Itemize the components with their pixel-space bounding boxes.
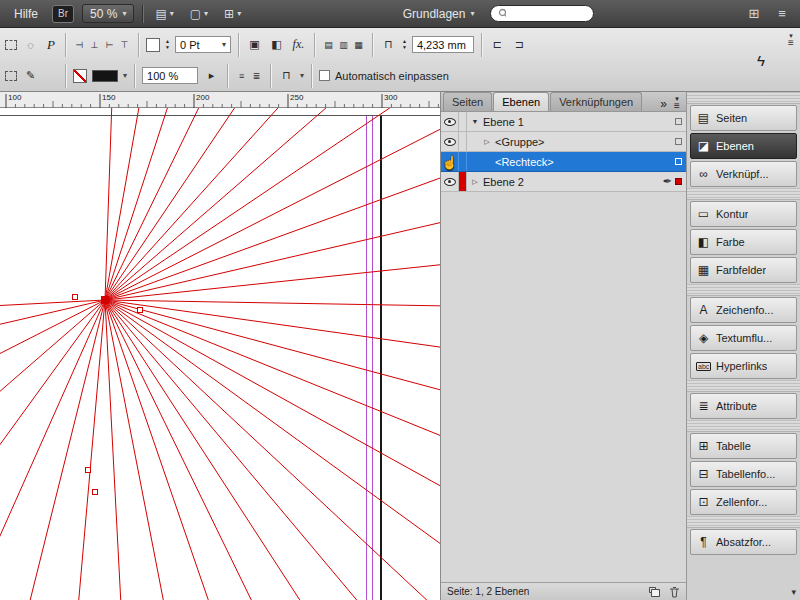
frame-width-field[interactable]: 4,233 mm [412, 36, 474, 53]
dock-button-kontur[interactable]: ▭Kontur [690, 201, 797, 227]
dock-grip[interactable] [687, 420, 800, 432]
new-layer-button[interactable] [648, 586, 661, 598]
collapse-to-icons-icon[interactable]: » [655, 97, 672, 111]
dock-button-absatzfor[interactable]: ¶Absatzfor... [690, 529, 797, 555]
dock-scroll-down-icon[interactable]: ▾ [791, 587, 796, 597]
distribute-icon[interactable]: ⊢ [103, 38, 116, 51]
selection-handle[interactable] [86, 468, 91, 473]
scale-field[interactable]: 100 % [142, 67, 198, 84]
selection-center-handle[interactable] [102, 297, 109, 304]
fit-content-icon[interactable]: ⊏ [489, 36, 506, 53]
stroke-color-swatch[interactable] [92, 70, 118, 82]
dock-button-zellenfor[interactable]: ⊡Zellenfor... [690, 489, 797, 515]
expander-icon[interactable]: ▷ [470, 178, 480, 186]
search-box[interactable] [490, 5, 594, 22]
dock-button-tabelle[interactable]: ⊞Tabelle [690, 433, 797, 459]
marquee-rectangle-icon[interactable] [5, 40, 17, 50]
layer-row-right[interactable] [656, 132, 686, 151]
dock-grip[interactable] [687, 188, 800, 200]
layer-row[interactable]: ▼Ebene 1 [441, 112, 686, 132]
selection-handle[interactable] [138, 308, 143, 313]
chevron-down-icon[interactable]: ▾ [123, 71, 127, 80]
marquee-rectangle-icon[interactable] [5, 71, 17, 81]
screen-mode-button[interactable]: ▢ ▾ [186, 6, 212, 22]
dock-button-attribute[interactable]: ≣Attribute [690, 393, 797, 419]
zoom-level-select[interactable]: 50 % ▾ [82, 4, 134, 23]
dock-button-verkn-pf[interactable]: ∞Verknüpf... [690, 161, 797, 187]
layer-row-right[interactable] [656, 152, 686, 171]
tab-verknuepfungen[interactable]: Verknüpfungen [550, 92, 642, 111]
search-input[interactable] [510, 7, 586, 20]
selection-handle[interactable] [93, 490, 98, 495]
visibility-cell[interactable] [441, 172, 459, 191]
stepper-down-icon[interactable]: ▼ [165, 45, 170, 50]
window-arrange-icon[interactable]: ⊞ [744, 6, 764, 21]
text-frame-option-icon[interactable]: ▤ [322, 38, 335, 51]
corner-options-icon[interactable]: ⊓ [278, 67, 295, 84]
layer-row[interactable]: ☝<Rechteck> [441, 152, 686, 172]
dock-button-zeichenfo[interactable]: AZeichenfo... [690, 297, 797, 323]
dock-button-seiten[interactable]: ▤Seiten [690, 105, 797, 131]
dock-button-hyperlinks[interactable]: abcHyperlinks [690, 353, 797, 379]
visibility-cell[interactable] [441, 112, 459, 131]
align-icon[interactable]: ≡ [235, 69, 248, 82]
distribute-icon[interactable]: ⊣ [73, 38, 86, 51]
effects-button[interactable]: fx. [290, 36, 307, 53]
stroke-weight-stepper[interactable]: ▲ ▼ [165, 39, 170, 50]
gradient-icon[interactable]: ◧ [268, 36, 285, 53]
stepper-down-icon[interactable]: ▼ [402, 45, 407, 50]
marquee-ellipse-icon[interactable]: ◌ [22, 36, 39, 53]
dock-button-ebenen[interactable]: ◪Ebenen [690, 133, 797, 159]
layer-row-right[interactable] [656, 112, 686, 131]
pencil-icon[interactable]: ✎ [22, 67, 39, 84]
selection-proxy[interactable] [675, 178, 682, 185]
workspace-switcher[interactable]: Grundlagen ▾ [395, 4, 483, 23]
dock-grip[interactable] [687, 92, 800, 104]
dock-button-farbfelder[interactable]: ▦Farbfelder [690, 257, 797, 283]
delete-layer-button[interactable] [669, 586, 680, 598]
text-frame-option-icon[interactable]: ▦ [352, 38, 365, 51]
reference-point-icon[interactable]: P [44, 37, 58, 53]
fit-frame-icon[interactable]: ⊐ [511, 36, 528, 53]
bridge-button[interactable]: Br [52, 5, 74, 23]
text-frame-option-icon[interactable]: ▥ [337, 38, 350, 51]
stroke-none-swatch[interactable] [73, 69, 87, 83]
chevron-down-icon[interactable]: ▾ [300, 71, 304, 80]
selection-proxy[interactable] [675, 138, 682, 145]
visibility-cell[interactable]: ☝ [441, 152, 459, 171]
document-canvas[interactable] [0, 108, 440, 600]
app-menu-icon[interactable]: ≡ [772, 6, 792, 21]
visibility-cell[interactable] [441, 132, 459, 151]
layer-row-content[interactable]: ▷<Gruppe> [467, 132, 656, 151]
panel-menu-icon[interactable]: ▼ ≡ [672, 96, 686, 111]
flip-icon[interactable]: ▸ [203, 67, 220, 84]
layer-row[interactable]: ▷Ebene 2✒ [441, 172, 686, 192]
align-icon[interactable]: ≣ [250, 69, 263, 82]
distribute-icon[interactable]: ⊤ [118, 38, 131, 51]
tab-seiten[interactable]: Seiten [443, 92, 492, 111]
arrange-documents-button[interactable]: ⊞ ▾ [220, 6, 245, 22]
expander-icon[interactable]: ▼ [470, 118, 480, 125]
dock-grip[interactable] [687, 516, 800, 528]
quick-apply-icon[interactable]: ϟ [752, 50, 770, 70]
dock-grip[interactable] [687, 380, 800, 392]
fill-swatch[interactable] [146, 38, 160, 52]
drop-shadow-icon[interactable]: ▣ [246, 36, 263, 53]
auto-fit-checkbox[interactable] [319, 70, 330, 81]
dock-button-tabellenfo[interactable]: ⊟Tabellenfo... [690, 461, 797, 487]
dock-grip[interactable] [687, 284, 800, 296]
dock-button-textumflu[interactable]: ◈Textumflu... [690, 325, 797, 351]
control-panel-menu-icon[interactable]: ▼ ≡ [788, 33, 794, 47]
layer-row[interactable]: ▷<Gruppe> [441, 132, 686, 152]
dock-button-farbe[interactable]: ◧Farbe [690, 229, 797, 255]
selection-handle[interactable] [73, 295, 78, 300]
horizontal-ruler[interactable]: 100150200250300 [0, 92, 440, 108]
layer-row-content[interactable]: ▼Ebene 1 [467, 112, 656, 131]
distribute-icon[interactable]: ⊥ [88, 38, 101, 51]
stroke-weight-select[interactable]: 0 Pt ▾ [175, 36, 231, 53]
layer-row-right[interactable]: ✒ [656, 172, 686, 191]
view-options-button[interactable]: ▤ ▾ [151, 6, 177, 22]
tab-ebenen[interactable]: Ebenen [493, 92, 549, 111]
selection-proxy[interactable] [675, 118, 682, 125]
frame-width-stepper[interactable]: ▲ ▼ [402, 39, 407, 50]
